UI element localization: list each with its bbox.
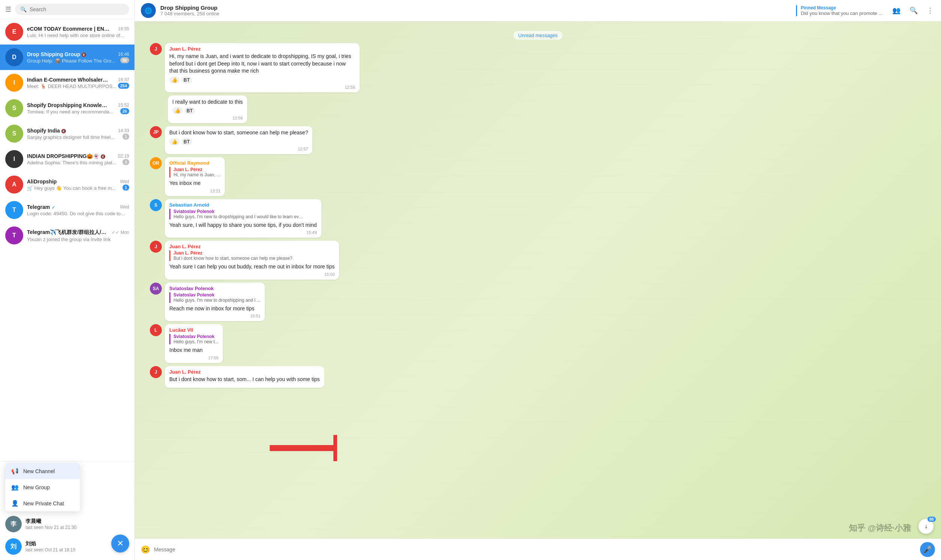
emoji-icon[interactable]: 😊: [141, 545, 150, 554]
msg-reply[interactable]: Sviatoslav PolenokHello guys, I'm new t.…: [169, 334, 218, 345]
msg-reply-text: Hello guys, I'm new t...: [173, 339, 218, 345]
msg-text: But i dont know how to start, som... I c…: [169, 376, 320, 383]
msg-avatar: L: [150, 324, 162, 336]
new-channel-label: New Channel: [23, 468, 55, 474]
msg-text: Inbox me man: [169, 347, 218, 354]
chat-time: 16:55: [118, 26, 129, 31]
chat-item-alidropship[interactable]: AAliDropshipWed🛒 Hey guys 👋 You can book…: [0, 172, 134, 197]
msg-reply-author: Sviatoslav Polenok: [173, 209, 317, 214]
chat-item-indian-ecom[interactable]: IIndian E-Commerce Wholsaler B2...16:37M…: [0, 70, 134, 95]
chat-avatar: S: [5, 125, 23, 143]
chat-info: Shopify India🔇14:33Sanjay graphics desig…: [27, 128, 129, 140]
msg-footer: 12:56: [169, 85, 355, 89]
msg-sender: Sviatoslav Polenok: [169, 286, 260, 291]
msg-sender: Lucãaz VII: [169, 327, 218, 333]
reaction[interactable]: 👍: [172, 107, 183, 114]
hamburger-icon[interactable]: ☰: [5, 5, 11, 14]
watermark: 知乎 @诗经·小雅: [849, 523, 911, 534]
unread-divider: Unread messages: [150, 32, 926, 38]
chat-badge: 1: [122, 134, 129, 140]
search-input[interactable]: [29, 6, 124, 12]
mic-button[interactable]: 🎤: [920, 542, 935, 557]
chat-info: eCOM TODAY Ecommerce | ENG C...16:55Luis…: [27, 26, 129, 38]
chat-item-telegram[interactable]: TTelegram ✓WedLogin code: 49450. Do not …: [0, 197, 134, 223]
chat-header-info: Drop Shipping Group 7 048 members, 258 o…: [160, 5, 474, 17]
message-bubble: But i dont know how to start, someone ca…: [165, 126, 312, 154]
search-chat-icon[interactable]: 🔍: [908, 5, 919, 16]
msg-reply-author: Juan L. Pérez: [173, 167, 220, 172]
chat-time: Wed: [120, 179, 129, 184]
reaction[interactable]: 👍: [169, 76, 180, 83]
chat-preview: Login code: 49450. Do not give this code…: [27, 211, 125, 216]
chat-preview: Sanjay graphics designer full time freel…: [27, 134, 115, 140]
msg-reactions: 👍BT: [172, 107, 243, 114]
chat-item-shopify-know[interactable]: SShopify Dropshipping Knowledge ...15:52…: [0, 95, 134, 121]
message-input-area: 😊 🎤: [135, 538, 941, 560]
contact-item-li[interactable]: 李李晨曦last seen Nov 21 at 21:30: [5, 513, 129, 535]
msg-footer: 15:51: [169, 314, 260, 318]
contact-item-liu[interactable]: 刘刘焰last seen Oct 21 at 18:15: [5, 535, 129, 558]
message-group-msg9: JJuan L. PérezBut i dont know how to sta…: [150, 366, 926, 388]
members-icon[interactable]: 👥: [891, 5, 902, 16]
chat-item-shopify-india[interactable]: SShopify India🔇14:33Sanjay graphics desi…: [0, 121, 134, 146]
sidebar-header: ☰ 🔍: [0, 0, 134, 19]
chat-badge: 254: [118, 83, 129, 89]
contact-name: 李晨曦: [25, 518, 76, 525]
msg-text: Yes inbox me: [169, 180, 220, 187]
search-icon: 🔍: [20, 6, 26, 12]
scroll-button-inner[interactable]: 88 ↓: [918, 519, 933, 534]
search-box[interactable]: 🔍: [15, 4, 129, 15]
dropdown-item-new-private[interactable]: 👤New Private Chat: [5, 495, 80, 511]
pinned-message[interactable]: Pinned Message Did you know that you can…: [796, 5, 882, 16]
chat-time: Wed: [120, 205, 129, 210]
msg-reply[interactable]: Sviatoslav PolenokHello guys, I'm new to…: [169, 292, 260, 303]
chat-info: Shopify Dropshipping Knowledge ...15:52T…: [27, 102, 129, 115]
chat-item-ecom[interactable]: EeCOM TODAY Ecommerce | ENG C...16:55Lui…: [0, 19, 134, 45]
contact-status: last seen Nov 21 at 21:30: [25, 525, 76, 530]
msg-footer: 15:50: [169, 272, 335, 277]
chat-list: EeCOM TODAY Ecommerce | ENG C...16:55Lui…: [0, 19, 134, 461]
scroll-to-bottom[interactable]: 88 ↓: [918, 519, 933, 534]
reaction[interactable]: BT: [184, 107, 195, 114]
msg-time: 12:56: [345, 85, 355, 89]
msg-reply[interactable]: Juan L. PérezBut i dont know how to star…: [169, 251, 335, 261]
chat-info: Drop Shipping Group🔇16:46Group Help: 📦 P…: [27, 51, 129, 64]
message-bubble: Juan L. PérezBut i dont know how to star…: [165, 366, 324, 388]
chat-avatar: I: [5, 74, 23, 92]
message-bubble: Sebastian ArnoldSviatoslav PolenokHello …: [165, 199, 321, 238]
msg-text: Hi, my name is Juan, and i want to dedic…: [169, 53, 355, 75]
chat-avatar[interactable]: 🌐: [141, 3, 156, 18]
chat-name: Shopify Dropshipping Knowledge ...: [27, 102, 110, 108]
dropdown-item-new-group[interactable]: 👥New Group: [5, 479, 80, 495]
muted-icon: 🔇: [61, 129, 66, 133]
reaction[interactable]: BT: [181, 76, 192, 83]
message-group-msg2: I really want to dedicate to this👍BT12:5…: [150, 95, 926, 123]
chat-main: 🌐 Drop Shipping Group 7 048 members, 258…: [135, 0, 941, 560]
chat-item-indian-drop[interactable]: IINDIAN DROPSHIPPING🎃👻🔇02:19Adelina Soph…: [0, 146, 134, 172]
compose-button[interactable]: ✕: [111, 535, 129, 552]
reaction[interactable]: BT: [181, 138, 192, 145]
new-private-label: New Private Chat: [23, 500, 64, 506]
msg-reply[interactable]: Juan L. PérezHi, my name is Juan, ...: [169, 167, 220, 177]
chat-avatar: S: [5, 99, 23, 117]
message-input[interactable]: [154, 544, 916, 555]
more-options-icon[interactable]: ⋮: [925, 5, 935, 16]
dropdown-item-new-channel[interactable]: 📢New Channel: [5, 463, 80, 479]
messages-area: Unread messages JJuan L. PérezHi, my nam…: [135, 22, 941, 538]
reaction[interactable]: 👍: [169, 138, 180, 145]
msg-time: 17:55: [208, 355, 219, 360]
new-private-icon: 👤: [11, 500, 19, 507]
muted-icon: 🔇: [81, 52, 86, 57]
chat-time: 14:33: [118, 128, 129, 133]
msg-reply[interactable]: Sviatoslav PolenokHello guys, I'm new to…: [169, 209, 317, 219]
chat-name: Drop Shipping Group🔇: [27, 51, 86, 57]
msg-time: 12:57: [298, 147, 308, 151]
chat-item-flight[interactable]: TTelegram✈️飞机群发/群组拉人/群...✓✓ MonYixuan z …: [0, 223, 134, 248]
chat-item-dropshipping[interactable]: DDrop Shipping Group🔇16:46Group Help: 📦 …: [0, 45, 134, 70]
chat-info: Telegram✈️飞机群发/群组拉人/群...✓✓ MonYixuan z j…: [27, 229, 129, 242]
msg-time: 13:21: [210, 189, 221, 193]
pinned-label: Pinned Message: [801, 5, 882, 11]
msg-sender: Juan L. Pérez: [169, 369, 320, 375]
contact-status: last seen Oct 21 at 18:15: [25, 547, 75, 552]
chat-preview: Yixuan z joined the group via invite lin…: [27, 237, 111, 242]
